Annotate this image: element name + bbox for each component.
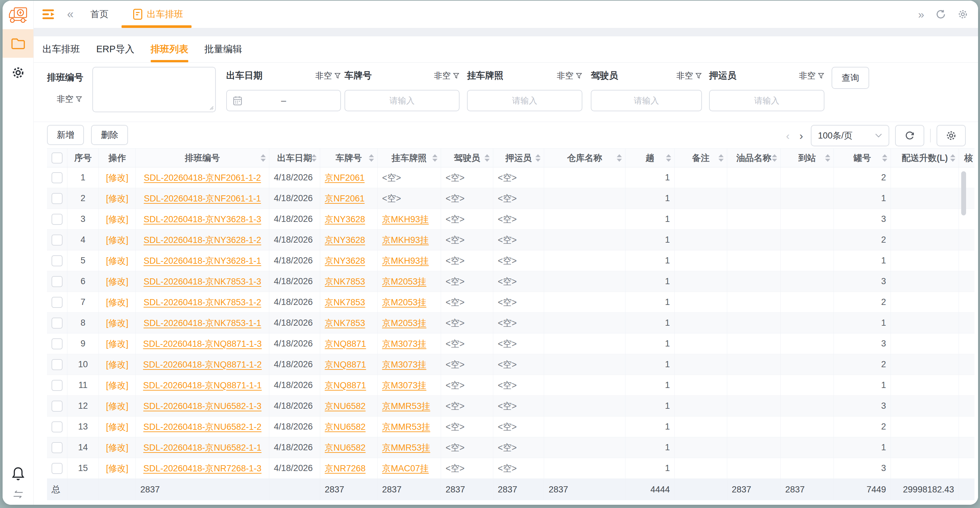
sidebar-item-switch[interactable] <box>3 487 33 502</box>
header-warehouse[interactable]: 仓库名称 <box>544 149 625 168</box>
column-settings-button[interactable] <box>937 125 966 146</box>
trailer-link[interactable]: 京MKH93挂 <box>382 234 429 246</box>
plate-link[interactable]: 京NU6582 <box>325 400 366 412</box>
row-checkbox[interactable] <box>51 172 62 183</box>
edit-link[interactable]: [修改] <box>106 380 128 391</box>
row-checkbox[interactable] <box>51 214 62 225</box>
code-link[interactable]: SDL-20260418-京NQ8871-1-3 <box>143 338 261 350</box>
edit-link[interactable]: [修改] <box>106 400 128 412</box>
plate-link[interactable]: 京NR7268 <box>325 463 366 474</box>
filter-notempty[interactable]: 非空 <box>676 70 702 81</box>
code-link[interactable]: SDL-20260418-京NF2061-1-2 <box>144 172 261 184</box>
row-checkbox[interactable] <box>51 380 62 391</box>
row-checkbox[interactable] <box>51 255 62 266</box>
plate-link[interactable]: 京NF2061 <box>325 172 364 184</box>
edit-link[interactable]: [修改] <box>106 338 128 350</box>
double-chevron-right-icon[interactable]: » <box>918 9 924 20</box>
text-input[interactable]: 请输入 <box>591 90 702 111</box>
edit-link[interactable]: [修改] <box>106 421 128 433</box>
refresh-table-button[interactable] <box>895 125 924 146</box>
header-code[interactable]: 排班编号 <box>136 149 269 168</box>
collapse-tabs-icon[interactable]: « <box>67 8 73 21</box>
plate-link[interactable]: 京NQ8871 <box>325 338 366 350</box>
code-link[interactable]: SDL-20260418-京NQ8871-1-2 <box>143 359 261 371</box>
trailer-link[interactable]: 京MKH93挂 <box>382 214 429 225</box>
header-date[interactable]: 出车日期 <box>269 149 320 168</box>
header-remark[interactable]: 备注 <box>675 149 727 168</box>
row-checkbox[interactable] <box>51 193 62 204</box>
edit-link[interactable]: [修改] <box>106 172 128 184</box>
filter-notempty[interactable]: 非空 <box>434 70 460 81</box>
row-checkbox[interactable] <box>51 401 62 412</box>
sort-icon[interactable] <box>312 154 317 161</box>
tab-dispatch-schedule[interactable]: 出车排班 <box>132 1 183 28</box>
code-link[interactable]: SDL-20260418-京NU6582-1-1 <box>143 442 261 454</box>
row-checkbox[interactable] <box>51 276 62 287</box>
edit-link[interactable]: [修改] <box>106 214 128 225</box>
row-checkbox[interactable] <box>51 442 62 453</box>
plate-link[interactable]: 京NY3628 <box>325 214 365 225</box>
sort-icon[interactable] <box>369 154 374 161</box>
plate-link[interactable]: 京NK7853 <box>325 317 365 329</box>
tab-2[interactable]: ERP导入 <box>96 36 135 62</box>
header-trips[interactable]: 趟 <box>625 149 675 168</box>
plate-link[interactable]: 京NY3628 <box>325 255 365 267</box>
code-link[interactable]: SDL-20260418-京NY3628-1-2 <box>143 234 261 246</box>
tab-1[interactable]: 出车排班 <box>43 36 80 62</box>
row-checkbox[interactable] <box>51 297 62 308</box>
page-size-select[interactable]: 100条/页 <box>811 125 889 146</box>
tab-3[interactable]: 排班列表 <box>151 36 188 62</box>
trailer-link[interactable]: 京MKH93挂 <box>382 255 429 267</box>
trailer-link[interactable]: 京M2053挂 <box>382 317 426 329</box>
row-checkbox[interactable] <box>51 235 62 246</box>
plate-link[interactable]: 京NK7853 <box>325 276 365 288</box>
code-link[interactable]: SDL-20260418-京NY3628-1-3 <box>143 214 261 225</box>
code-link[interactable]: SDL-20260418-京NU6582-1-3 <box>143 400 261 412</box>
sort-icon[interactable] <box>535 154 541 161</box>
plate-link[interactable]: 京NQ8871 <box>325 359 366 371</box>
trailer-link[interactable]: 京M3073挂 <box>382 359 426 371</box>
row-checkbox[interactable] <box>51 422 62 433</box>
sort-icon[interactable] <box>432 154 438 161</box>
edit-link[interactable]: [修改] <box>106 359 128 371</box>
header-trailer[interactable]: 挂车牌照 <box>377 149 441 168</box>
edit-link[interactable]: [修改] <box>106 255 128 267</box>
filter-notempty-schedule[interactable]: 非空 <box>57 93 82 105</box>
plate-link[interactable]: 京NQ8871 <box>325 380 366 391</box>
code-link[interactable]: SDL-20260418-京NK7853-1-2 <box>143 297 261 308</box>
sidebar-item-settings[interactable] <box>3 64 33 81</box>
header-escort[interactable]: 押运员 <box>493 149 544 168</box>
filter-notempty[interactable]: 非空 <box>557 70 582 81</box>
trailer-link[interactable]: 京M3073挂 <box>382 380 426 391</box>
header-plate[interactable]: 车牌号 <box>320 149 377 168</box>
sidebar-item-files[interactable] <box>3 29 33 58</box>
header-liters[interactable]: 配送升数(L) <box>891 149 959 168</box>
code-link[interactable]: SDL-20260418-京NK7853-1-3 <box>143 276 261 288</box>
tab-4[interactable]: 批量编辑 <box>205 36 242 62</box>
filter-notempty[interactable]: 非空 <box>315 70 341 81</box>
sort-icon[interactable] <box>719 154 724 161</box>
text-input[interactable]: 请输入 <box>467 90 582 111</box>
header-tank[interactable]: 罐号 <box>834 149 891 168</box>
trailer-link[interactable]: 京MMR53挂 <box>382 442 430 454</box>
text-input[interactable]: 请输入 <box>709 90 824 111</box>
date-range-input[interactable]: – <box>226 90 341 111</box>
trailer-link[interactable]: 京MMR53挂 <box>382 400 430 412</box>
trailer-link[interactable]: 京M2053挂 <box>382 297 426 308</box>
code-link[interactable]: SDL-20260418-京NR7268-1-3 <box>143 463 261 474</box>
code-link[interactable]: SDL-20260418-京NY3628-1-1 <box>143 255 261 267</box>
code-link[interactable]: SDL-20260418-京NK7853-1-1 <box>143 317 261 329</box>
sort-icon[interactable] <box>882 154 887 161</box>
sort-icon[interactable] <box>772 154 777 161</box>
search-button[interactable]: 查询 <box>832 67 869 89</box>
plate-link[interactable]: 京NU6582 <box>325 442 366 454</box>
next-page-button[interactable]: › <box>797 129 805 142</box>
text-input[interactable]: 请输入 <box>345 90 460 111</box>
edit-link[interactable]: [修改] <box>106 297 128 308</box>
edit-link[interactable]: [修改] <box>106 276 128 288</box>
tab-home[interactable]: 首页 <box>91 8 108 21</box>
edit-link[interactable]: [修改] <box>106 234 128 246</box>
row-checkbox[interactable] <box>51 463 62 474</box>
header-driver[interactable]: 驾驶员 <box>441 149 493 168</box>
add-button[interactable]: 新增 <box>47 125 84 145</box>
